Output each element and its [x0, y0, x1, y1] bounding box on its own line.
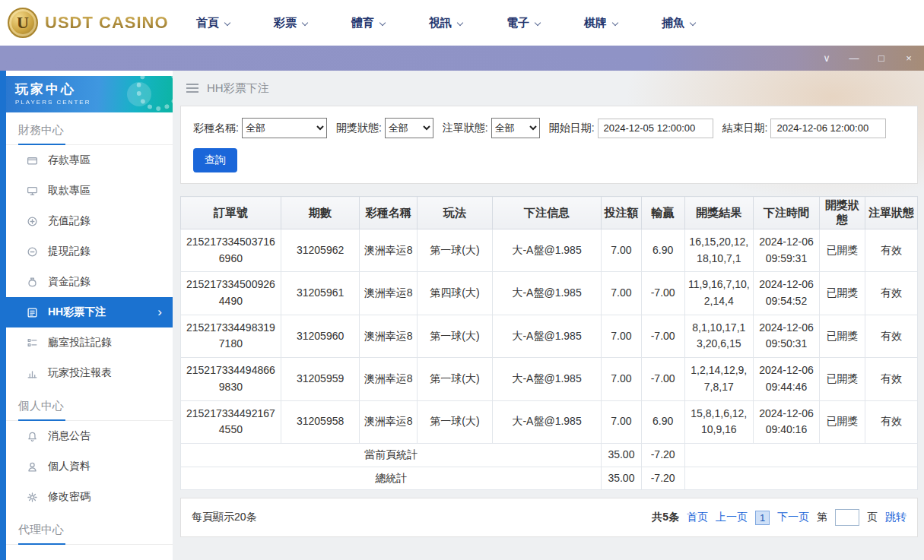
cell-period: 31205961 [281, 272, 360, 315]
announcement-icon [27, 431, 38, 442]
logo[interactable]: U USDT CASINO [0, 8, 176, 38]
sidebar-item-player-report[interactable]: 玩家投注報表 [6, 358, 173, 388]
cell-draw_status: 已開獎 [820, 358, 865, 400]
sidebar-subtitle: PLAYERS CENTER [15, 99, 164, 106]
nav-item[interactable]: 電子 [506, 16, 540, 30]
player-report-icon [27, 368, 38, 379]
draw-status-select[interactable]: 全部 [385, 118, 433, 138]
cell-period: 31205960 [281, 315, 360, 357]
pagination-panel: 每頁顯示20条 共5条 首页 上一页 1 下一页 第 页 跳转 [180, 498, 918, 537]
section-underline [18, 144, 65, 145]
content-area: 玩家中心 PLAYERS CENTER 財務中心存款專區取款專區充值記錄提現記錄… [0, 71, 924, 560]
coin-letter: U [17, 13, 29, 33]
lottery-name-label: 彩種名稱: [193, 122, 239, 135]
grand_total-amount: 35.00 [602, 467, 641, 490]
cell-order_status: 有效 [865, 315, 918, 357]
left-accent-strip [0, 71, 6, 560]
nav-item[interactable]: 棋牌 [584, 16, 618, 30]
nav-item[interactable]: 首頁 [196, 16, 230, 30]
sidebar-item-label: 存款專區 [48, 153, 90, 167]
nav-item[interactable]: 視訊 [429, 16, 462, 30]
sidebar-item-label: 充值記錄 [48, 214, 90, 228]
sidebar-item-label: HH彩票下注 [48, 305, 106, 319]
page-total-row: 當前頁統計35.00-7.20 [181, 443, 918, 467]
lottery-name-select[interactable]: 全部 [242, 118, 327, 138]
close-icon[interactable]: × [903, 53, 915, 63]
cell-play: 第一球(大) [418, 358, 493, 400]
first-page-link[interactable]: 首页 [687, 511, 708, 524]
sidebar-item-withdraw[interactable]: 取款專區 [6, 176, 173, 206]
column-header-order_status: 注單狀態 [865, 197, 918, 229]
page_total-winloss: -7.20 [641, 443, 684, 467]
cell-play: 第一球(大) [418, 315, 493, 357]
cell-bet_info: 大-A盤@1.985 [492, 229, 601, 272]
chevron-down-icon [690, 19, 696, 25]
sidebar-item-label: 個人資料 [48, 460, 90, 473]
minimize-icon[interactable]: — [848, 53, 860, 63]
cell-lottery: 澳洲幸运8 [360, 229, 418, 272]
cell-time: 2024-12-06 09:50:31 [753, 315, 819, 357]
cell-result: 15,8,1,6,12,10,9,16 [684, 400, 753, 443]
sidebar-item-profile[interactable]: 個人資料 [6, 451, 173, 482]
sidebar-item-password[interactable]: 修改密碼 [6, 482, 173, 512]
current-page-button[interactable]: 1 [755, 511, 770, 525]
cell-result: 11,9,16,7,10,2,14,4 [684, 272, 753, 315]
table-row: 215217334498319718031205960澳洲幸运8第一球(大)大-… [181, 315, 918, 357]
cashout-record-icon [27, 246, 38, 258]
cell-order_status: 有效 [865, 272, 918, 315]
end-date-input[interactable] [770, 119, 886, 138]
filter-panel: 彩種名稱: 全部 開獎狀態: 全部 注單狀態: 全部 開始日期: 結束日期: 查… [180, 106, 918, 184]
jump-link[interactable]: 跳转 [885, 511, 907, 524]
sidebar-item-deposit[interactable]: 存款專區 [6, 145, 173, 176]
page-prefix-label: 第 [817, 511, 827, 524]
cell-order_status: 有效 [865, 229, 918, 272]
start-date-input[interactable] [598, 119, 713, 138]
sidebar-item-label: 玩家投注報表 [48, 366, 112, 380]
cell-order_no: 2152173344983197180 [181, 315, 281, 357]
cell-order_no: 2152173345009264490 [181, 272, 281, 315]
next-page-link[interactable]: 下一页 [777, 511, 809, 524]
prev-page-link[interactable]: 上一页 [716, 511, 748, 524]
recharge-record-icon [27, 216, 38, 227]
page_total-empty [684, 443, 917, 467]
grand_total-label: 總統計 [181, 467, 602, 490]
section-title: 代理中心 [18, 523, 173, 543]
nav-item[interactable]: 體育 [351, 16, 385, 30]
section-underline [18, 419, 65, 421]
sidebar-item-label: 資金記錄 [48, 275, 90, 289]
window-controls: ∨—□× [821, 53, 915, 63]
page-jump-input[interactable] [835, 509, 859, 526]
column-header-play: 玩法 [418, 197, 493, 229]
pager: 共5条 首页 上一页 1 下一页 第 页 跳转 [652, 509, 907, 526]
cell-result: 8,1,10,17,13,20,6,15 [684, 315, 753, 357]
sidebar-section-header: 個人中心 [6, 399, 173, 421]
chevron-down-icon[interactable]: ∨ [821, 53, 833, 63]
cell-order_no: 2152173344921674550 [181, 400, 281, 443]
sidebar-sections: 財務中心存款專區取款專區充值記錄提現記錄資金記錄HH彩票下注›廳室投註記錄玩家投… [6, 123, 173, 545]
maximize-icon[interactable]: □ [875, 53, 887, 63]
sidebar-item-announcement[interactable]: 消息公告 [6, 421, 173, 451]
nav-item[interactable]: 捕魚 [662, 16, 695, 30]
chevron-right-icon: › [157, 305, 162, 320]
cell-amount: 7.00 [602, 229, 641, 272]
column-header-amount: 投注額 [602, 197, 641, 229]
sidebar-item-lottery-bet[interactable]: HH彩票下注› [6, 297, 173, 327]
sidebar-item-funds-record[interactable]: 資金記錄 [6, 267, 173, 297]
players-center-banner: 玩家中心 PLAYERS CENTER [6, 76, 173, 112]
chevron-down-icon [379, 19, 386, 25]
order-status-select[interactable]: 全部 [491, 118, 540, 138]
chevron-down-icon [457, 19, 463, 25]
nav-item[interactable]: 彩票 [274, 16, 307, 30]
table-row: 215217334503716696031205962澳洲幸运8第一球(大)大-… [181, 229, 918, 272]
cell-draw_status: 已開獎 [820, 229, 865, 272]
cell-play: 第一球(大) [418, 229, 493, 272]
sidebar-item-recharge-record[interactable]: 充值記錄 [6, 206, 173, 236]
menu-toggle-icon[interactable] [186, 87, 198, 89]
sidebar-item-cashout-record[interactable]: 提現記錄 [6, 236, 173, 267]
sidebar-item-hall-bet-record[interactable]: 廳室投註記錄 [6, 327, 173, 358]
grand_total-empty [684, 467, 917, 490]
main-content: HH彩票下注 彩種名稱: 全部 開獎狀態: 全部 注單狀態: 全部 開始日期: … [173, 71, 924, 560]
search-button[interactable]: 查詢 [193, 148, 237, 172]
cell-time: 2024-12-06 09:59:31 [753, 229, 819, 272]
cell-time: 2024-12-06 09:40:16 [753, 400, 819, 443]
